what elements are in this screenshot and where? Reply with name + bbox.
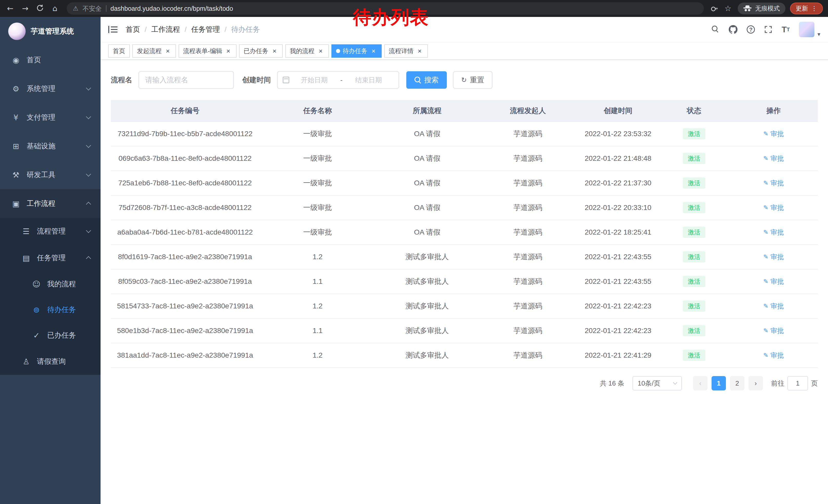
goto-page-input[interactable] [787, 376, 808, 391]
search-button[interactable]: 搜索 [406, 71, 447, 89]
dashboard-icon: ◉ [10, 56, 22, 64]
tab[interactable]: 流程表单-编辑 × [178, 44, 237, 58]
page-size-select[interactable]: 10条/页 [632, 376, 682, 391]
security-label[interactable]: 不安全 [83, 4, 102, 13]
help-icon[interactable]: ? [747, 26, 755, 34]
approve-link[interactable]: ✎ 审批 [763, 130, 784, 138]
next-page-button[interactable]: › [748, 376, 763, 391]
cell-initiator: 芋道源码 [479, 269, 577, 294]
warning-icon: ⚠ [73, 5, 79, 12]
status-badge: 激活 [683, 202, 705, 213]
chevron-down-icon [86, 172, 91, 177]
approve-link[interactable]: ✎ 审批 [763, 326, 784, 335]
status-badge: 激活 [683, 350, 705, 361]
sidebar-item-home[interactable]: ◉ 首页 [0, 46, 100, 74]
sidebar-item-workflow[interactable]: ▣ 工作流程 [0, 189, 100, 218]
chevron-down-icon [673, 380, 677, 385]
col-action: 操作 [729, 100, 818, 122]
home-icon[interactable]: ⌂ [50, 5, 60, 12]
approve-link[interactable]: ✎ 审批 [763, 154, 784, 163]
approve-link[interactable]: ✎ 审批 [763, 179, 784, 188]
reset-button[interactable]: ↻ 重置 [453, 71, 493, 89]
close-icon[interactable]: × [317, 47, 324, 55]
approve-link[interactable]: ✎ 审批 [763, 277, 784, 286]
close-icon[interactable]: × [271, 47, 278, 55]
cell-task-id: 58154733-7ac8-11ec-a9e2-a2380e71991a [111, 294, 259, 318]
tab[interactable]: 我的流程 × [285, 44, 329, 58]
total-count: 共 16 条 [600, 379, 624, 388]
col-process: 所属流程 [376, 100, 479, 122]
close-icon[interactable]: × [416, 47, 423, 55]
date-range-picker[interactable]: 开始日期 - 结束日期 [277, 71, 399, 89]
cell-task-name: 1.2 [259, 343, 376, 368]
cell-action: ✎ 审批 [729, 195, 818, 220]
approve-link[interactable]: ✎ 审批 [763, 253, 784, 262]
sidebar-item-todo-tasks[interactable]: ⊚ 待办任务 [0, 297, 100, 322]
fullscreen-icon[interactable] [764, 26, 772, 34]
approve-link[interactable]: ✎ 审批 [763, 351, 784, 360]
forward-icon[interactable]: → [20, 5, 30, 12]
sidebar-item-label: 支付管理 [27, 112, 55, 122]
approve-link[interactable]: ✎ 审批 [763, 228, 784, 237]
close-icon[interactable]: × [225, 47, 232, 55]
chevron-down-icon [86, 114, 91, 119]
sidebar-item-devtools[interactable]: ⚒ 研发工具 [0, 161, 100, 189]
table-row: 381aa1dd-7ac8-11ec-a9e2-a2380e71991a 1.2… [111, 343, 818, 368]
cell-task-name: 1.1 [259, 318, 376, 343]
goto-label: 前往 [771, 379, 784, 388]
cell-action: ✎ 审批 [729, 269, 818, 294]
tab[interactable]: 发起流程 × [132, 44, 176, 58]
avatar[interactable] [799, 22, 815, 37]
end-date-placeholder[interactable]: 结束日期 [343, 76, 394, 85]
github-icon[interactable] [729, 25, 738, 34]
close-icon[interactable]: × [370, 47, 377, 55]
edit-icon: ✎ [763, 278, 769, 285]
browser-menu-icon[interactable]: ⋮ [811, 5, 817, 12]
start-date-placeholder[interactable]: 开始日期 [289, 76, 339, 85]
cell-status: 激活 [659, 146, 730, 171]
cell-action: ✎ 审批 [729, 318, 818, 343]
sidebar-item-label: 已办任务 [47, 330, 76, 340]
sidebar: 芋道管理系统 ◉ 首页 ⚙ 系统管理 ¥ 支付管理 ⊞ 基础设施 ⚒ 研发工具 … [0, 17, 100, 504]
tab[interactable]: 已办任务 × [239, 44, 283, 58]
key-icon[interactable] [710, 5, 718, 12]
prev-page-button[interactable]: ‹ [693, 376, 707, 391]
tab[interactable]: 首页 [108, 44, 130, 58]
fold-sidebar-icon[interactable] [108, 26, 118, 34]
sidebar-item-process-mgmt[interactable]: ☰ 流程管理 [0, 218, 100, 244]
sidebar-item-system[interactable]: ⚙ 系统管理 [0, 74, 100, 103]
sidebar-item-payment[interactable]: ¥ 支付管理 [0, 103, 100, 132]
page-button-2[interactable]: 2 [730, 376, 744, 391]
breadcrumb-home[interactable]: 首页 [126, 25, 140, 34]
reload-icon[interactable] [35, 4, 45, 13]
cell-create-time: 2022-01-21 22:42:23 [577, 294, 659, 318]
cell-task-id: 069c6a63-7b8a-11ec-8ef0-acde48001122 [111, 146, 259, 171]
close-icon[interactable]: × [164, 47, 171, 55]
table-row: 580e1b3d-7ac8-11ec-a9e2-a2380e71991a 1.1… [111, 318, 818, 343]
url-text[interactable]: dashboard.yudao.iocoder.cn/bpm/task/todo [111, 5, 233, 12]
caret-down-icon[interactable]: ▾ [818, 31, 820, 37]
bookmark-star-icon[interactable]: ☆ [723, 5, 733, 12]
font-size-icon[interactable]: TT [782, 26, 790, 34]
top-navbar: 首页 / 工作流程 / 任务管理 / 待办任务 ? TT [100, 17, 828, 43]
breadcrumb-workflow[interactable]: 工作流程 [151, 25, 180, 34]
tab[interactable]: 流程详情 × [384, 44, 428, 58]
cell-process: 测试多审批人 [376, 294, 479, 318]
process-name-input[interactable] [138, 71, 234, 89]
logo-avatar [8, 22, 26, 40]
sidebar-item-done-tasks[interactable]: ✓ 已办任务 [0, 322, 100, 348]
sidebar-item-task-mgmt[interactable]: ▤ 任务管理 [0, 244, 100, 271]
breadcrumb-task-mgmt[interactable]: 任务管理 [191, 25, 220, 34]
approve-link[interactable]: ✎ 审批 [763, 302, 784, 311]
cell-task-name: 一级审批 [259, 220, 376, 244]
page-button-1[interactable]: 1 [711, 376, 726, 391]
sidebar-item-label: 工作流程 [27, 199, 55, 209]
sidebar-item-leave-query[interactable]: ♙ 请假查询 [0, 348, 100, 375]
update-button[interactable]: 更新 ⋮ [790, 3, 823, 14]
sidebar-item-infra[interactable]: ⊞ 基础设施 [0, 132, 100, 161]
back-icon[interactable]: ← [5, 5, 15, 12]
approve-link[interactable]: ✎ 审批 [763, 203, 784, 212]
tab[interactable]: 待办任务 × [331, 44, 382, 58]
sidebar-item-my-process[interactable]: ☺ 我的流程 [0, 271, 100, 297]
search-icon[interactable] [712, 26, 719, 33]
